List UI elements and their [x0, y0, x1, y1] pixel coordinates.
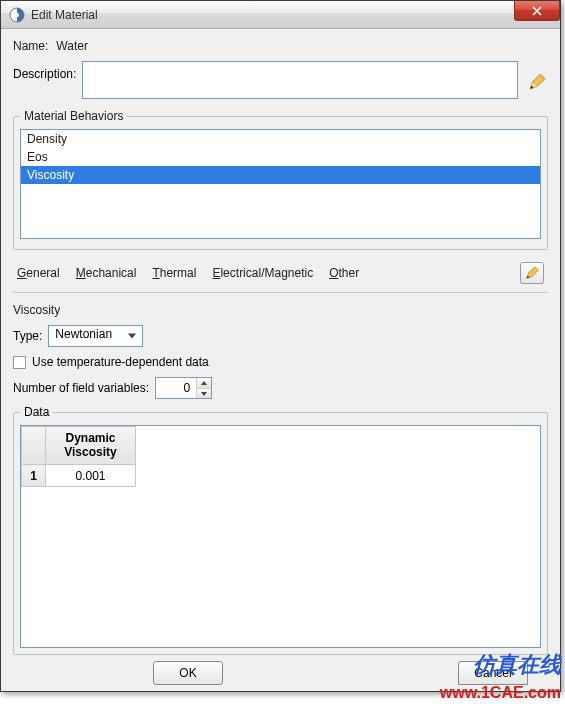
- name-label: Name:: [13, 39, 48, 53]
- menu-electrical[interactable]: Electrical/Magnetic: [212, 266, 313, 280]
- temp-dependent-checkbox[interactable]: [13, 356, 26, 369]
- behavior-item-eos[interactable]: Eos: [21, 148, 540, 166]
- name-value: Water: [56, 39, 88, 53]
- menu-bar: General Mechanical Thermal Electrical/Ma…: [13, 258, 548, 293]
- menu-other[interactable]: Other: [329, 266, 359, 280]
- row-header[interactable]: 1: [22, 465, 46, 487]
- cell-dynamic-viscosity[interactable]: 0.001: [46, 465, 136, 487]
- app-icon: [9, 7, 25, 23]
- data-grid[interactable]: DynamicViscosity 10.001: [20, 425, 541, 648]
- dialog-buttons: OK Cancel: [13, 655, 548, 685]
- spinner-buttons: [196, 378, 211, 398]
- type-select[interactable]: Newtonian: [48, 325, 143, 347]
- spinner-up[interactable]: [197, 378, 211, 388]
- name-row: Name: Water: [13, 39, 548, 53]
- menu-thermal[interactable]: Thermal: [152, 266, 196, 280]
- edit-description-button[interactable]: [526, 71, 548, 93]
- pencil-icon: [525, 266, 539, 280]
- field-vars-spinner[interactable]: [155, 377, 212, 399]
- behavior-item-viscosity[interactable]: Viscosity: [21, 166, 540, 184]
- description-row: Description:: [13, 61, 548, 99]
- data-group: Data DynamicViscosity 10.001: [13, 405, 548, 655]
- material-behaviors-legend: Material Behaviors: [20, 109, 127, 123]
- material-behaviors-group: Material Behaviors DensityEosViscosity: [13, 109, 548, 250]
- grid-corner: [22, 427, 46, 465]
- close-button[interactable]: [514, 1, 560, 21]
- title-bar[interactable]: Edit Material: [1, 1, 560, 29]
- type-row: Type: Newtonian: [13, 325, 548, 347]
- close-icon: [532, 6, 542, 16]
- temp-dependent-label: Use temperature-dependent data: [32, 355, 209, 369]
- dialog-content: Name: Water Description: Material Behavi…: [1, 29, 560, 691]
- type-select-value: Newtonian: [55, 327, 112, 341]
- spinner-down[interactable]: [197, 388, 211, 398]
- delete-behavior-button[interactable]: [520, 262, 544, 284]
- window-title: Edit Material: [31, 8, 98, 22]
- field-vars-label: Number of field variables:: [13, 381, 149, 395]
- viscosity-section-title: Viscosity: [13, 303, 548, 317]
- description-label: Description:: [13, 67, 76, 81]
- description-input[interactable]: [82, 61, 518, 99]
- pencil-icon: [528, 73, 546, 91]
- behavior-item-density[interactable]: Density: [21, 130, 540, 148]
- temp-dependent-row: Use temperature-dependent data: [13, 355, 548, 369]
- svg-point-1: [15, 13, 19, 17]
- type-label: Type:: [13, 329, 42, 343]
- col-header-dynamic-viscosity[interactable]: DynamicViscosity: [46, 427, 136, 465]
- field-vars-row: Number of field variables:: [13, 377, 548, 399]
- menu-general[interactable]: General: [17, 266, 60, 280]
- edit-material-dialog: Edit Material Name: Water Description: M…: [0, 0, 561, 692]
- menu-mechanical[interactable]: Mechanical: [76, 266, 137, 280]
- field-vars-input[interactable]: [156, 378, 196, 398]
- material-behaviors-list[interactable]: DensityEosViscosity: [20, 129, 541, 239]
- data-legend: Data: [20, 405, 53, 419]
- cancel-button[interactable]: Cancel: [458, 661, 528, 685]
- ok-button[interactable]: OK: [153, 661, 223, 685]
